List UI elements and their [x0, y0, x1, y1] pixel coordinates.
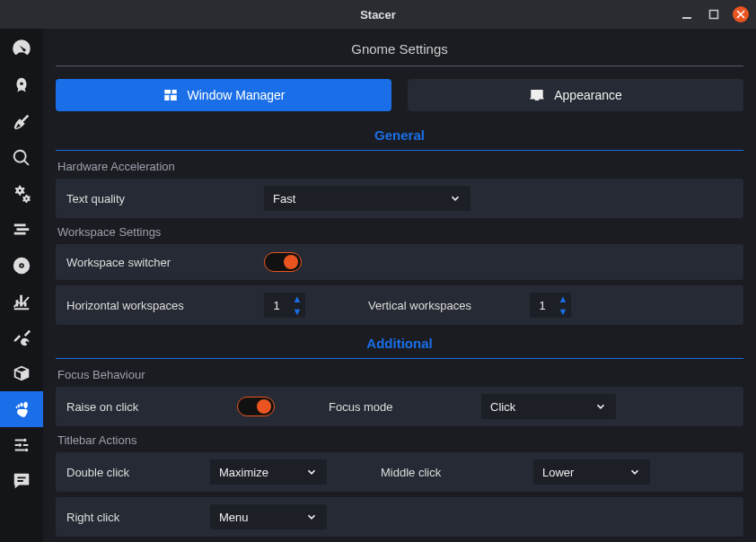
raise-on-click-toggle[interactable] [237, 397, 275, 416]
horizontal-workspaces-spinner[interactable]: 1 ▲ ▼ [264, 293, 305, 318]
gnome-foot-icon [12, 399, 31, 419]
sidebar-item-apt[interactable] [0, 355, 43, 391]
tools-icon [12, 328, 31, 347]
search-icon [12, 148, 31, 168]
sidebar-item-dashboard[interactable] [0, 29, 43, 68]
gears-icon [12, 184, 31, 204]
select-value: Fast [273, 192, 295, 205]
maximize-icon [708, 9, 719, 20]
sidebar-item-resources[interactable] [0, 284, 43, 319]
page-title: Gnome Settings [56, 29, 743, 66]
close-icon [736, 10, 745, 19]
sidebar-item-services[interactable] [0, 176, 43, 212]
rocket-icon [12, 76, 31, 96]
tab-label: Window Manager [188, 88, 286, 102]
middle-click-select[interactable]: Lower [533, 459, 650, 485]
broom-icon [12, 112, 31, 132]
sidebar [0, 29, 43, 542]
svg-rect-1 [710, 11, 718, 19]
minimize-button[interactable] [679, 6, 695, 22]
row-text-quality: Text quality Fast [56, 179, 743, 218]
right-click-label: Right click [66, 511, 192, 524]
maximize-button[interactable] [706, 6, 722, 22]
workspace-switcher-label: Workspace switcher [66, 256, 246, 269]
divider [56, 66, 743, 66]
vertical-workspaces-spinner[interactable]: 1 ▲ ▼ [530, 293, 571, 318]
text-quality-select[interactable]: Fast [264, 186, 470, 211]
select-value: Maximize [219, 466, 268, 479]
row-titlebar-1: Double click Maximize Middle click Lower [56, 452, 743, 492]
chevron-down-icon [305, 466, 318, 478]
minimize-icon [681, 9, 692, 20]
horizontal-workspaces-label: Horizontal workspaces [66, 299, 246, 312]
middle-click-label: Middle click [381, 466, 479, 479]
close-button[interactable] [733, 6, 749, 22]
sidebar-item-helpers[interactable] [0, 319, 43, 355]
main-content: Gnome Settings Window Manager Appearance… [43, 29, 756, 542]
divider [56, 358, 743, 359]
titlebar: Stacer [0, 0, 756, 29]
tab-window-manager[interactable]: Window Manager [56, 79, 391, 111]
double-click-label: Double click [66, 466, 192, 479]
section-general: General [56, 122, 743, 146]
sidebar-item-gnome[interactable] [0, 391, 43, 427]
spinner-down[interactable]: ▼ [289, 305, 305, 318]
sidebar-item-feedback[interactable] [0, 463, 43, 499]
text-quality-label: Text quality [66, 192, 246, 205]
select-value: Click [490, 400, 515, 414]
chevron-down-icon [305, 511, 318, 523]
sidebar-item-cleaner[interactable] [0, 104, 43, 140]
window-title: Stacer [360, 8, 396, 22]
section-additional: Additional [56, 330, 743, 354]
package-icon [12, 363, 31, 383]
svg-rect-0 [682, 17, 691, 19]
vertical-workspaces-label: Vertical workspaces [368, 299, 494, 312]
right-click-select[interactable]: Menu [210, 504, 327, 529]
focus-mode-label: Focus mode [329, 400, 463, 414]
sidebar-item-processes[interactable] [0, 212, 43, 248]
spinner-down[interactable]: ▼ [555, 305, 571, 318]
toggle-knob [284, 255, 298, 269]
gauge-icon [10, 37, 33, 60]
raise-on-click-label: Raise on click [66, 400, 219, 414]
row-workspace-counts: Horizontal workspaces 1 ▲ ▼ Vertical wor… [56, 285, 743, 325]
window-controls [679, 6, 749, 22]
sidebar-item-search[interactable] [0, 140, 43, 176]
group-focus: Focus Behaviour [57, 368, 743, 381]
bar-chart-icon [12, 292, 31, 311]
focus-mode-select[interactable]: Click [481, 394, 616, 419]
chevron-down-icon [594, 400, 607, 413]
tabs: Window Manager Appearance [56, 79, 743, 111]
feedback-icon [12, 471, 31, 491]
chevron-down-icon [629, 466, 641, 478]
window-stack-icon [12, 220, 31, 240]
row-focus: Raise on click Focus mode Click [56, 387, 743, 426]
tab-appearance[interactable]: Appearance [408, 79, 743, 111]
workspace-switcher-toggle[interactable] [264, 252, 302, 272]
double-click-select[interactable]: Maximize [210, 459, 327, 485]
divider [56, 150, 743, 151]
group-workspace: Workspace Settings [57, 225, 743, 239]
spinner-up[interactable]: ▲ [289, 293, 305, 305]
tab-label: Appearance [554, 88, 622, 102]
spinner-up[interactable]: ▲ [555, 293, 571, 305]
disc-icon [12, 256, 31, 275]
group-titlebar: Titlebar Actions [57, 433, 743, 447]
spinner-value: 1 [264, 299, 289, 312]
row-workspace-switcher: Workspace switcher [56, 244, 743, 280]
sidebar-item-startup[interactable] [0, 68, 43, 104]
sidebar-item-uninstaller[interactable] [0, 248, 43, 284]
chevron-down-icon [449, 192, 462, 205]
window-manager-icon [163, 87, 179, 103]
spinner-value: 1 [530, 299, 555, 312]
toggle-knob [257, 399, 271, 414]
row-titlebar-2: Right click Menu [56, 497, 743, 537]
select-value: Lower [542, 466, 574, 479]
group-hardware-accel: Hardware Acceleration [57, 160, 743, 173]
sliders-icon [12, 435, 31, 455]
select-value: Menu [219, 511, 249, 524]
monitor-icon [529, 87, 545, 103]
sidebar-item-settings[interactable] [0, 427, 43, 463]
